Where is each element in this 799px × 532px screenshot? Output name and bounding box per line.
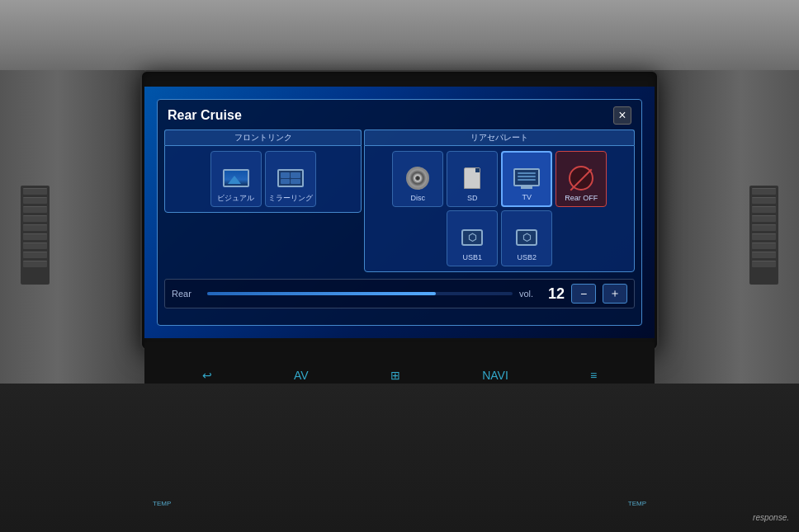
back-button[interactable]: ↩ [202,369,212,382]
usb2-icon: ⬡ [512,225,541,250]
usb2-label: USB2 [517,253,537,262]
volume-plus-button[interactable]: ＋ [603,284,627,304]
rear-off-label: Rear OFF [565,194,598,203]
front-link-tab[interactable]: フロントリンク [164,129,362,145]
volume-bar [207,292,513,295]
dashboard-background: Pioneer carrozzeria Rear Cruise × フロントリン… [0,0,799,532]
grid-button[interactable]: ⊞ [390,369,400,382]
usb1-button[interactable]: ⬡ USB1 [447,210,498,266]
sd-icon [457,166,487,191]
navi-button[interactable]: NAVI [482,369,508,382]
mirror-button[interactable]: ミラーリング [265,151,316,207]
volume-prefix: vol. [519,289,533,299]
rear-buttons-row1: Disc SD [368,151,631,207]
av-control: AV [294,369,309,382]
tv-button[interactable]: TV [501,151,552,207]
temp-right-label: TEMP [628,500,646,507]
rear-cruise-dialog: Rear Cruise × フロントリンク [157,99,642,326]
front-link-section: フロントリンク ビジュアル [164,129,362,272]
dashboard-bottom: TEMP TEMP [0,384,799,532]
sd-button[interactable]: SD [447,151,498,207]
dialog-title: Rear Cruise [168,108,242,123]
rear-off-button[interactable]: Rear OFF [556,151,607,207]
visual-button[interactable]: ビジュアル [210,151,262,207]
dialog-header: Rear Cruise × [158,100,641,129]
front-link-buttons: ビジュアル [168,151,357,207]
left-vent [21,186,50,285]
usb1-icon: ⬡ [457,225,487,250]
watermark: response. [753,513,789,522]
main-screen: Rear Cruise × フロントリンク [144,87,655,338]
sd-label: SD [467,194,478,203]
volume-label: Rear [172,289,201,299]
av-button[interactable]: AV [294,369,309,382]
usb1-label: USB1 [462,253,482,262]
volume-minus-button[interactable]: − [571,284,596,304]
right-vent [749,186,778,285]
disc-label: Disc [410,194,425,203]
tv-label: TV [522,193,532,202]
disc-button[interactable]: Disc [392,151,443,207]
rear-separate-tab[interactable]: リアセパレート [364,129,635,145]
usb2-button[interactable]: ⬡ USB2 [501,210,552,266]
front-link-content: ビジュアル [164,145,362,213]
volume-value: 12 [540,285,565,303]
mirror-label: ミラーリング [268,194,313,203]
menu-button[interactable]: ≡ [590,369,597,382]
rear-buttons-row2: ⬡ USB1 ⬡ [368,210,631,266]
tab-row: フロントリンク ビジュアル [164,129,635,272]
rear-off-icon [566,166,596,191]
visual-label: ビジュアル [217,194,254,203]
disc-icon [403,166,433,191]
rear-separate-content: Disc SD [364,145,635,272]
volume-section: Rear vol. 12 − ＋ [164,279,635,308]
close-button[interactable]: × [613,106,631,125]
volume-fill [207,292,436,295]
tv-icon [512,165,541,190]
mirror-icon [276,166,305,191]
temp-left-label: TEMP [153,500,171,507]
rear-separate-section: リアセパレート Disc [364,129,635,272]
visual-icon [221,166,251,191]
